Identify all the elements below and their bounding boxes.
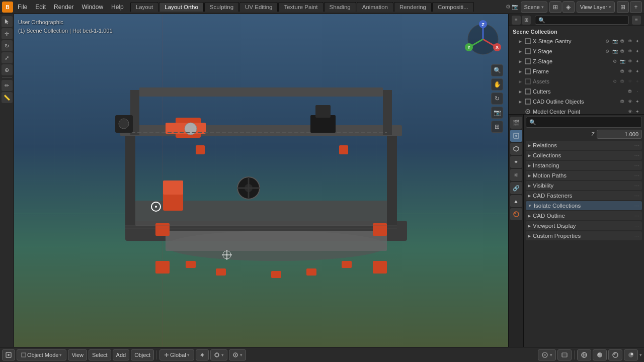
render-model-center[interactable]: ✦ — [634, 108, 641, 115]
prop-physics-btn[interactable]: ⚛ — [510, 169, 522, 181]
visibility-assets[interactable]: 👁 — [626, 78, 633, 85]
tab-shading[interactable]: Shading — [324, 2, 356, 12]
arrow-x-stage[interactable]: ▶ — [518, 39, 523, 44]
prop-scene-btn[interactable]: 🎬 — [510, 117, 522, 129]
section-instancing-header[interactable]: ▶ Instancing ··· — [526, 161, 642, 170]
tool-annotate[interactable]: ✏ — [2, 80, 13, 91]
tab-rendering[interactable]: Rendering — [394, 2, 432, 12]
section-custom-properties-header[interactable]: ▶ Custom Properties ··· — [526, 231, 642, 240]
visibility-frame[interactable]: 👁 — [626, 68, 633, 75]
arrow-cutters[interactable]: ▶ — [518, 89, 523, 94]
view-layer-icon1[interactable]: ⊞ — [617, 1, 629, 13]
prop-particles-btn[interactable]: ✦ — [510, 156, 522, 168]
add-menu-btn[interactable]: Add — [113, 349, 130, 360]
prop-search-input[interactable] — [526, 117, 642, 128]
restrict-render-y[interactable]: 📷 — [611, 48, 618, 55]
view-menu-btn[interactable]: View — [68, 349, 87, 360]
arrow-y-stage[interactable]: ▶ — [518, 49, 523, 54]
section-viewport-display-header[interactable]: ▶ Viewport Display ··· — [526, 221, 642, 230]
assets-icon2[interactable]: ⛃ — [619, 78, 626, 85]
tab-animation[interactable]: Animation — [357, 2, 393, 12]
render-frame[interactable]: ✦ — [634, 68, 641, 75]
scene-selector[interactable]: Scene ▾ — [521, 2, 547, 13]
display-mode-btn[interactable]: ⊞ — [549, 1, 561, 13]
arrow-assets[interactable]: ▶ — [518, 79, 523, 84]
section-cad-fasteners-header[interactable]: ▶ CAD Fasteners ··· — [526, 191, 642, 200]
cad-outline-icon1[interactable]: ⛃ — [619, 98, 626, 105]
tab-sculpting[interactable]: Sculpting — [204, 2, 239, 12]
render-x[interactable]: ✦ — [634, 38, 641, 45]
outliner-search[interactable] — [535, 16, 629, 25]
section-cad-outline-header[interactable]: ▶ CAD Outline ··· — [526, 211, 642, 220]
prop-data-btn[interactable]: ▲ — [510, 195, 522, 207]
outliner-item-y-stage[interactable]: ▶ Y-Stage ⚙ 📷 ⛃ 👁 ✦ — [509, 46, 644, 56]
select-menu-btn[interactable]: Select — [89, 349, 111, 360]
tool-measure[interactable]: 📏 — [2, 92, 13, 103]
section-isolate-header[interactable]: ▼ Isolate Collections ··· — [526, 201, 642, 210]
prop-material-btn[interactable] — [510, 208, 522, 220]
xray-toggle-btn[interactable] — [557, 349, 572, 360]
restrict-select-y[interactable]: ⛃ — [619, 48, 626, 55]
render-cad-outline[interactable]: ✦ — [634, 98, 641, 105]
cutters-icon1[interactable]: ⛃ — [626, 88, 633, 95]
prop-modifier-btn[interactable] — [510, 143, 522, 155]
assets-icon1[interactable]: ⚙ — [611, 78, 618, 85]
visibility-cad-outline[interactable]: 👁 — [626, 98, 633, 105]
prop-constraints-btn[interactable]: 🔗 — [510, 182, 522, 194]
visibility-x[interactable]: 👁 — [626, 38, 633, 45]
menu-help[interactable]: Help — [108, 3, 127, 12]
overlay-btn[interactable]: ◈ — [562, 1, 575, 13]
tab-compositing[interactable]: Compositi... — [432, 2, 474, 12]
arrow-cad-outline[interactable]: ▶ — [518, 99, 523, 104]
zoom-btn[interactable]: 🔍 — [491, 64, 503, 76]
tool-move[interactable]: ✛ — [2, 28, 13, 39]
render-assets[interactable]: ✦ — [634, 78, 641, 85]
material-shading-btn[interactable] — [608, 349, 622, 360]
tool-transform[interactable]: ⊕ — [2, 64, 13, 75]
rendered-shading-btn[interactable] — [624, 349, 638, 360]
section-motion-paths-header[interactable]: ▶ Motion Paths ··· — [526, 171, 642, 180]
render-y[interactable]: ✦ — [634, 48, 641, 55]
section-relations-header[interactable]: ▶ Relations ··· — [526, 141, 642, 150]
tool-rotate[interactable]: ↻ — [2, 40, 13, 51]
outliner-item-cad-outline[interactable]: ▶ CAD Outline Objects ⛃ 👁 ✦ — [509, 97, 644, 107]
object-mode-selector[interactable]: Object Mode ▾ — [17, 349, 66, 360]
restrict-viewport-z[interactable]: ⚙ — [611, 58, 618, 65]
visibility-z[interactable]: 👁 — [626, 58, 633, 65]
outliner-item-model-center[interactable]: ▶ Model Center Point 👁 ✦ — [509, 107, 644, 115]
visibility-y[interactable]: 👁 — [626, 48, 633, 55]
tab-texture-paint[interactable]: Texture Paint — [278, 2, 323, 12]
snap-options[interactable]: ▾ — [210, 349, 227, 360]
outliner-item-frame[interactable]: ▶ Frame ⛃ 👁 ✦ — [509, 66, 644, 76]
view-layer-icon2[interactable]: + — [630, 1, 642, 13]
viewport-overlays-btn[interactable]: ▾ — [538, 349, 556, 360]
orbit-btn[interactable]: ↻ — [491, 93, 503, 105]
pan-btn[interactable]: ✋ — [491, 78, 503, 90]
solid-shading-btn[interactable] — [593, 349, 607, 360]
menu-edit[interactable]: Edit — [32, 3, 49, 12]
proportional-edit-btn[interactable]: ▾ — [229, 349, 246, 360]
outliner-filter-btn2[interactable]: ⊞ — [522, 16, 531, 25]
arrow-z-stage[interactable]: ▶ — [518, 59, 523, 64]
menu-file[interactable]: File — [14, 3, 31, 12]
snap-toggle[interactable] — [196, 349, 209, 360]
menu-window[interactable]: Window — [78, 3, 107, 12]
restrict-render-z[interactable]: 📷 — [619, 58, 626, 65]
outliner-item-z-stage[interactable]: ▶ Z-Stage ⚙ 📷 👁 ✦ — [509, 56, 644, 66]
restrict-viewport-y[interactable]: ⚙ — [604, 48, 611, 55]
restrict-select-x[interactable]: ⛃ — [619, 38, 626, 45]
viewport[interactable]: User Orthographic (1) Scene Collection |… — [14, 14, 508, 347]
viewport-type-btn[interactable] — [2, 349, 15, 360]
tool-cursor[interactable] — [2, 16, 13, 27]
outliner-item-cutters[interactable]: ▶ Cutters ⛃ · — [509, 86, 644, 97]
tab-layout-ortho[interactable]: Layout Ortho — [159, 2, 203, 12]
cutters-icon2[interactable]: · — [634, 88, 641, 95]
prop-z-value[interactable]: 1.000 — [597, 130, 642, 139]
tool-scale[interactable]: ⤢ — [2, 52, 13, 63]
transform-orientation-selector[interactable]: Global ▾ — [159, 349, 194, 360]
section-collections-header[interactable]: ▶ Collections ··· — [526, 151, 642, 160]
prop-object-btn[interactable] — [510, 130, 522, 142]
tab-layout[interactable]: Layout — [130, 2, 159, 12]
restrict-viewport-x[interactable]: ⚙ — [604, 38, 611, 45]
outliner-filter[interactable]: ≡ — [632, 16, 641, 25]
